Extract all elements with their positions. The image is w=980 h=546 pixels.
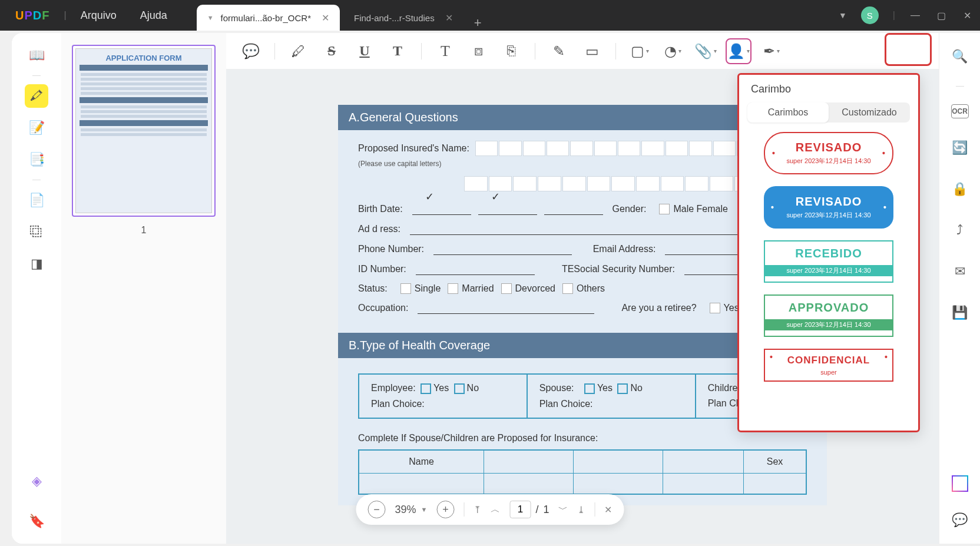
chevron-down-icon[interactable]: ▼ [839, 11, 847, 20]
minimize-button[interactable]: — [909, 10, 921, 21]
birth-field[interactable] [412, 203, 471, 215]
checkbox[interactable] [454, 383, 465, 394]
label-retiree: Are you a retiree? [621, 303, 696, 313]
underline-tool[interactable]: U [352, 38, 378, 64]
zoom-in-button[interactable]: + [436, 501, 454, 518]
menu-help[interactable]: Ajuda [140, 9, 167, 22]
close-zoom-bar[interactable]: ✕ [604, 504, 612, 515]
close-button[interactable]: ✕ [961, 10, 973, 21]
tools-icon[interactable]: 📄 [25, 188, 48, 212]
divider: | [893, 10, 895, 21]
stamp-popup: Carimbo Carimbos Customizado REVISADO su… [737, 73, 920, 432]
edit-mode-icon[interactable]: 📝 [25, 116, 48, 140]
ai-icon[interactable] [952, 475, 968, 492]
protect-icon[interactable]: 🔒 [948, 177, 972, 201]
new-tab-button[interactable]: + [474, 15, 482, 31]
tab-label: Find-and-...r-Studies [354, 13, 435, 23]
left-sidebar: 📖 🖍 📝 📑 📄 ⿻ ◨ ◈ 🔖 [12, 33, 61, 544]
annotation-toolbar: 💬 🖊 S U T T ⧈ ⎘ ✎ ▭ ▢ ◔ 📎 👤 ✒ [226, 33, 939, 70]
stamp-tool[interactable]: 👤 [726, 38, 751, 64]
logo: UPDF [15, 9, 49, 22]
eraser-tool[interactable]: ▭ [579, 38, 605, 64]
shape-tool[interactable]: ◔ [660, 38, 686, 64]
label-id: ID Number: [358, 264, 406, 274]
menu-file[interactable]: Arquivo [81, 9, 117, 22]
checkbox[interactable] [584, 383, 595, 394]
stamp-revisado-red[interactable]: REVISADO super 2023年12月14日 14:30 [764, 132, 893, 174]
user-avatar[interactable]: S [861, 6, 879, 24]
squiggly-tool[interactable]: T [385, 38, 410, 64]
zoom-toolbar: − 39% ▼ + ⤒ ︿ / 1 ﹀ ⤓ ✕ [356, 494, 624, 525]
share-icon[interactable]: ⤴ [948, 219, 972, 242]
next-page-button[interactable]: ﹀ [558, 504, 568, 516]
note-tool[interactable]: 💬 [238, 38, 264, 64]
label-gender: Gender: [612, 204, 647, 214]
page-input[interactable] [509, 501, 531, 518]
prev-page-button[interactable]: ︿ [491, 504, 500, 516]
stamp-revisado-blue[interactable]: REVISADO super 2023年12月14日 14:30 [764, 186, 893, 229]
checkbox[interactable] [562, 283, 573, 294]
phone-field[interactable] [433, 243, 572, 255]
thumbnail-panel: APPLICATION FORM 1 [61, 33, 226, 544]
stamp-tab-customizado[interactable]: Customizado [829, 102, 910, 123]
stamp-approvado[interactable]: APPROVADO super 2023年12月14日 14:30 [764, 294, 893, 337]
comments-panel-icon[interactable]: 💬 [948, 508, 972, 532]
search-icon[interactable]: 🔍 [948, 45, 972, 68]
label-email: Email Address: [593, 244, 656, 254]
occupation-field[interactable] [418, 302, 594, 314]
bookmark-icon[interactable]: 🔖 [25, 509, 48, 533]
attachment-tool[interactable]: 📎 [693, 38, 719, 64]
checkbox[interactable] [400, 283, 411, 294]
birth-field[interactable] [478, 203, 537, 215]
save-icon[interactable]: 💾 [948, 301, 972, 325]
crop-icon[interactable]: ⿻ [25, 220, 48, 244]
last-page-button[interactable]: ⤓ [577, 504, 585, 515]
reader-mode-icon[interactable]: 📖 [25, 44, 48, 67]
highlight-tool[interactable]: 🖊 [286, 38, 312, 64]
convert-icon[interactable]: 🔄 [948, 136, 972, 160]
label-occupation: Occupation: [358, 303, 408, 313]
tab-formulario[interactable]: ▼ formulari...ão-br_OCR* ✕ [197, 5, 340, 31]
ocr-icon[interactable]: OCR [951, 104, 969, 118]
zoom-level[interactable]: 39% ▼ [395, 504, 428, 516]
checkbox[interactable] [501, 283, 512, 294]
first-page-button[interactable]: ⤒ [474, 504, 481, 515]
maximize-button[interactable]: ▢ [935, 10, 947, 21]
stamp-tabs: Carimbos Customizado [747, 102, 910, 123]
comment-mode-icon[interactable]: 🖍 [25, 84, 48, 108]
tab-find-and[interactable]: Find-and-...r-Studies ✕ [343, 5, 463, 31]
stamp-list: REVISADO super 2023年12月14日 14:30 REVISAD… [747, 132, 910, 421]
rectangle-tool[interactable]: ▢ [627, 38, 653, 64]
stamp-confidencial[interactable]: CONFIDENCIAL super [764, 349, 893, 382]
text-tool[interactable]: T [432, 38, 458, 64]
checkbox[interactable] [659, 204, 670, 214]
layers-icon[interactable]: ◈ [25, 469, 48, 493]
strikethrough-tool[interactable]: S [319, 38, 345, 64]
birth-field[interactable] [544, 203, 603, 215]
checkbox[interactable] [448, 283, 458, 294]
checkbox[interactable] [617, 383, 628, 394]
tab-label: formulari...ão-br_OCR* [221, 13, 311, 23]
tab-dropdown-icon[interactable]: ▼ [207, 14, 214, 21]
close-icon[interactable]: ✕ [445, 12, 453, 24]
page-thumbnail[interactable]: APPLICATION FORM [72, 45, 216, 217]
zoom-out-button[interactable]: − [368, 501, 386, 518]
titlebar: UPDF | Arquivo Ajuda ▼ formulari...ão-br… [0, 0, 980, 31]
close-icon[interactable]: ✕ [322, 12, 329, 24]
stamp-tab-carimbos[interactable]: Carimbos [747, 102, 829, 123]
organize-pages-icon[interactable]: 📑 [25, 148, 48, 171]
id-field[interactable] [416, 263, 535, 275]
stamp-recebido[interactable]: RECEBIDO super 2023年12月14日 14:30 [764, 240, 893, 283]
document-tabs: ▼ formulari...ão-br_OCR* ✕ Find-and-...r… [197, 0, 482, 31]
stamp-popup-title: Carimbo [747, 83, 910, 95]
pencil-tool[interactable]: ✎ [546, 38, 572, 64]
callout-tool[interactable]: ⎘ [498, 38, 524, 64]
label-name: Proposed Insured's Name: [358, 143, 469, 154]
checkbox[interactable] [710, 303, 720, 313]
page-indicator: / 1 [509, 501, 549, 518]
checkbox[interactable] [421, 383, 431, 394]
redact-icon[interactable]: ◨ [25, 252, 48, 276]
signature-tool[interactable]: ✒ [759, 38, 784, 64]
mail-icon[interactable]: ✉ [948, 260, 972, 283]
textbox-tool[interactable]: ⧈ [465, 38, 491, 64]
